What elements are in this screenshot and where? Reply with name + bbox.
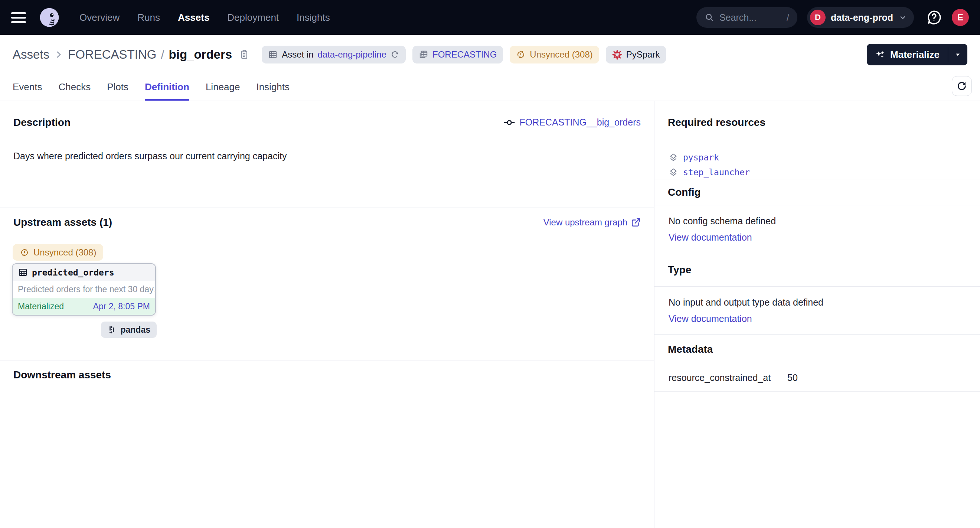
upstream-title: Upstream assets (1) bbox=[13, 216, 112, 228]
required-resources-header: Required resources bbox=[654, 101, 980, 144]
definition-content: Description FORECASTING__big_orders Days… bbox=[0, 101, 980, 528]
nav-item-overview[interactable]: Overview bbox=[80, 12, 119, 23]
search-icon bbox=[705, 13, 714, 22]
type-header: Type bbox=[654, 253, 980, 287]
asset-card-header: predicted_orders bbox=[13, 264, 155, 281]
view-upstream-graph-label: View upstream graph bbox=[544, 217, 627, 227]
type-view-documentation-link[interactable]: View documentation bbox=[668, 310, 752, 327]
tab-plots[interactable]: Plots bbox=[107, 74, 129, 101]
pipeline-link[interactable]: data-eng-pipeline bbox=[318, 49, 387, 60]
upstream-node-sync-badge: Unsynced (308) bbox=[13, 244, 103, 261]
breadcrumb: Assets FORECASTING / big_orders bbox=[13, 48, 232, 62]
upstream-section-header: Upstream assets (1) View upstream graph bbox=[0, 208, 654, 237]
description-section-header: Description FORECASTING__big_orders bbox=[0, 101, 654, 144]
badge-unsynced-label: Unsynced (308) bbox=[530, 49, 592, 60]
metadata-header: Metadata bbox=[654, 334, 980, 364]
description-text: Days where predicted orders surpass our … bbox=[0, 144, 654, 208]
breadcrumb-asset-name: big_orders bbox=[169, 48, 232, 62]
view-upstream-graph-link[interactable]: View upstream graph bbox=[544, 217, 641, 227]
downstream-title: Downstream assets bbox=[13, 369, 111, 381]
help-icon[interactable] bbox=[926, 9, 942, 25]
resource-item-pyspark[interactable]: pyspark bbox=[668, 150, 966, 165]
description-title: Description bbox=[13, 116, 70, 129]
chevron-down-icon bbox=[898, 13, 907, 22]
asset-card-name: predicted_orders bbox=[32, 268, 115, 277]
config-view-documentation-link[interactable]: View documentation bbox=[668, 229, 752, 245]
asset-tabs: Events Checks Plots Definition Lineage I… bbox=[0, 74, 980, 101]
external-link-icon bbox=[631, 218, 641, 227]
tab-definition[interactable]: Definition bbox=[145, 74, 189, 101]
resource-item-step-launcher[interactable]: step_launcher bbox=[668, 165, 966, 180]
top-nav: Overview Runs Assets Deployment Insights… bbox=[0, 0, 980, 35]
resource-layers-icon bbox=[668, 153, 678, 162]
resource-name: step_launcher bbox=[683, 167, 750, 177]
badge-pyspark-label: PySpark bbox=[626, 49, 660, 60]
materialize-dropdown-button[interactable] bbox=[948, 44, 967, 65]
type-title: Type bbox=[668, 264, 691, 276]
refresh-button[interactable] bbox=[952, 76, 972, 96]
resource-name: pyspark bbox=[683, 153, 719, 162]
asset-card-description: Predicted orders for the next 30 day… bbox=[13, 281, 155, 298]
asset-card-timestamp[interactable]: Apr 2, 8:05 PM bbox=[93, 302, 150, 312]
config-title: Config bbox=[668, 186, 701, 198]
breadcrumb-separator: / bbox=[161, 48, 164, 62]
config-body: No config schema defined View documentat… bbox=[654, 205, 980, 253]
nav-item-insights[interactable]: Insights bbox=[297, 12, 330, 23]
right-sidebar: Required resources pyspark step_launcher… bbox=[654, 101, 980, 528]
upstream-node-sync-label: Unsynced (308) bbox=[33, 247, 96, 258]
badge-unsynced[interactable]: Unsynced (308) bbox=[510, 46, 599, 64]
asset-badges: Asset in data-eng-pipeline FORECASTING U… bbox=[262, 46, 666, 64]
search-shortcut-hint: / bbox=[787, 12, 789, 23]
nav-item-runs[interactable]: Runs bbox=[137, 12, 160, 23]
tab-lineage[interactable]: Lineage bbox=[206, 74, 240, 101]
caret-down-icon bbox=[953, 50, 962, 59]
user-avatar[interactable]: E bbox=[952, 9, 969, 26]
config-empty-message: No config schema defined bbox=[668, 213, 966, 229]
required-resources-list: pyspark step_launcher bbox=[654, 144, 980, 179]
nav-item-assets[interactable]: Assets bbox=[178, 12, 209, 23]
metadata-title: Metadata bbox=[668, 344, 713, 355]
deployment-switcher[interactable]: D data-eng-prod bbox=[807, 7, 914, 28]
table-icon bbox=[268, 50, 278, 59]
tab-events[interactable]: Events bbox=[13, 74, 42, 101]
nav-item-deployment[interactable]: Deployment bbox=[227, 12, 279, 23]
refresh-icon bbox=[956, 80, 967, 91]
job-link-label: FORECASTING__big_orders bbox=[519, 117, 641, 128]
job-icon bbox=[504, 117, 515, 128]
chevron-right-icon bbox=[54, 50, 64, 59]
menu-icon[interactable] bbox=[11, 12, 26, 23]
deployment-name: data-eng-prod bbox=[831, 12, 893, 23]
badge-asset-in-pipeline[interactable]: Asset in data-eng-pipeline bbox=[262, 46, 406, 64]
materialize-button[interactable]: Materialize bbox=[867, 44, 948, 65]
tab-insights[interactable]: Insights bbox=[256, 74, 290, 101]
upstream-graph-area: Unsynced (308) predicted_orders Predicte… bbox=[0, 237, 654, 361]
materialize-label: Materialize bbox=[890, 49, 940, 60]
pyspark-star-icon bbox=[612, 50, 622, 60]
deployment-initial-badge: D bbox=[810, 10, 826, 25]
job-link[interactable]: FORECASTING__big_orders bbox=[504, 117, 641, 128]
breadcrumb-assets[interactable]: Assets bbox=[13, 48, 49, 62]
search-input[interactable] bbox=[719, 12, 781, 23]
resource-layers-icon bbox=[668, 167, 678, 177]
dagster-logo-icon[interactable] bbox=[38, 7, 60, 28]
type-body: No input and output type data defined Vi… bbox=[654, 287, 980, 334]
sync-alert-icon bbox=[516, 50, 526, 59]
breadcrumb-group[interactable]: FORECASTING bbox=[68, 48, 156, 62]
downstream-section-header: Downstream assets bbox=[0, 361, 654, 389]
search-input-wrapper[interactable]: / bbox=[697, 7, 797, 28]
materialize-button-group: Materialize bbox=[867, 44, 967, 65]
tab-checks[interactable]: Checks bbox=[59, 74, 91, 101]
table-icon bbox=[18, 267, 28, 277]
reload-icon[interactable] bbox=[390, 50, 399, 59]
metadata-value: 50 bbox=[788, 372, 798, 383]
badge-group-label[interactable]: FORECASTING bbox=[433, 49, 497, 60]
sparkles-icon bbox=[875, 49, 885, 60]
type-empty-message: No input and output type data defined bbox=[668, 294, 966, 310]
upstream-asset-card[interactable]: predicted_orders Predicted orders for th… bbox=[12, 263, 156, 316]
badge-pyspark[interactable]: PySpark bbox=[606, 46, 666, 64]
asset-card-status-row: Materialized Apr 2, 8:05 PM bbox=[13, 298, 155, 315]
badge-group-forecasting[interactable]: FORECASTING bbox=[412, 46, 503, 64]
copy-asset-name-icon[interactable] bbox=[239, 49, 250, 60]
pandas-tag[interactable]: pandas bbox=[101, 321, 157, 338]
primary-nav: Overview Runs Assets Deployment Insights bbox=[80, 12, 330, 23]
